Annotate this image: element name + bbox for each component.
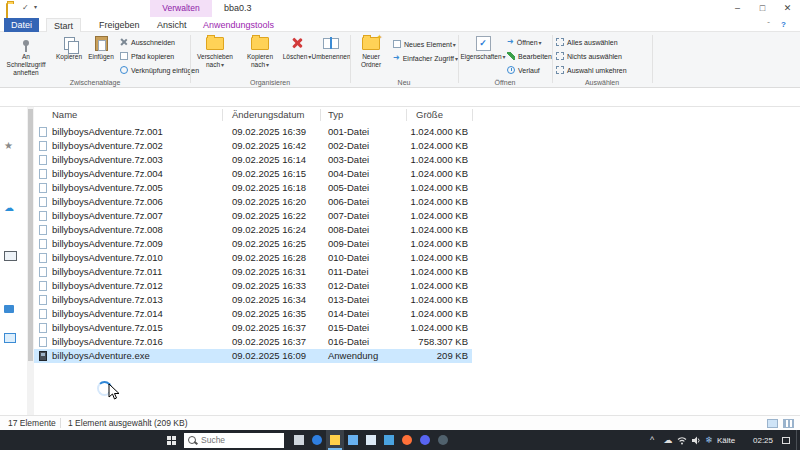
file-name: billyboysAdventure.7z.008 [52, 223, 228, 237]
navpane-scrollbar[interactable] [27, 107, 34, 415]
table-row[interactable]: billyboysAdventure.7z.006 09.02.2025 16:… [34, 195, 800, 209]
column-header-type[interactable]: Typ [328, 109, 343, 120]
taskbar-app-photos[interactable] [380, 430, 398, 450]
close-button[interactable]: ✕ [775, 0, 800, 17]
clock[interactable]: 02:25 [748, 430, 778, 450]
maximize-button[interactable]: □ [750, 0, 775, 17]
table-row[interactable]: billyboysAdventure.7z.012 09.02.2025 16:… [34, 279, 800, 293]
taskbar-app-mail[interactable] [362, 430, 380, 450]
column-header-name[interactable]: Name [52, 109, 77, 120]
copy-path-button[interactable]: Pfad kopieren [120, 50, 174, 62]
table-row[interactable]: billyboysAdventure.7z.013 09.02.2025 16:… [34, 293, 800, 307]
copy-button[interactable]: Kopieren [54, 34, 84, 78]
delete-button[interactable]: Löschen▾ [283, 34, 311, 78]
table-row[interactable]: billyboysAdventure.7z.003 09.02.2025 16:… [34, 153, 800, 167]
tab-start[interactable]: Start [46, 18, 81, 33]
table-row[interactable]: billyboysAdventure.7z.014 09.02.2025 16:… [34, 307, 800, 321]
table-row[interactable]: billyboysAdventure.7z.004 09.02.2025 16:… [34, 167, 800, 181]
taskbar-app-discord[interactable] [416, 430, 434, 450]
open-icon: ➜ [507, 38, 514, 46]
file-date: 09.02.2025 16:39 [232, 125, 324, 139]
column-header-size[interactable]: Größe [416, 109, 443, 120]
file-date: 09.02.2025 16:34 [232, 293, 324, 307]
details-view-button[interactable] [767, 419, 778, 428]
mouse-cursor [108, 383, 120, 401]
properties-button[interactable]: ✓ Eigenschaften▾ [461, 34, 505, 78]
start-button[interactable] [160, 430, 182, 450]
column-divider[interactable] [472, 109, 473, 121]
new-folder-button[interactable]: ✦ Neuer Ordner [353, 34, 389, 78]
taskbar-app-firefox[interactable] [398, 430, 416, 450]
tab-view[interactable]: Ansicht [150, 18, 194, 32]
taskbar-app-store[interactable] [344, 430, 362, 450]
paste-button[interactable]: Einfügen [86, 34, 116, 78]
tray-network-icon[interactable] [676, 430, 688, 450]
file-name: billyboysAdventure.7z.016 [52, 335, 228, 349]
tray-onedrive-icon[interactable]: ☁ [662, 430, 674, 450]
scrollbar-thumb[interactable] [28, 109, 33, 361]
select-all-button[interactable]: Alles auswählen [556, 36, 618, 48]
file-icon [39, 295, 47, 305]
open-button[interactable]: ➜ Öffnen ▾ [507, 36, 542, 48]
table-row[interactable]: billyboysAdventure.7z.010 09.02.2025 16:… [34, 251, 800, 265]
table-row[interactable]: billyboysAdventure.7z.011 09.02.2025 16:… [34, 265, 800, 279]
action-center-icon[interactable] [780, 430, 792, 450]
edit-button[interactable]: Bearbeiten [507, 50, 552, 62]
tray-chevron-up-icon[interactable]: ^ [646, 430, 658, 450]
thumbnail-view-button[interactable] [783, 419, 794, 428]
item-count: 17 Elemente [8, 418, 56, 428]
minimize-button[interactable]: – [725, 0, 750, 17]
tab-file[interactable]: Datei [4, 18, 39, 32]
cut-button[interactable]: Ausschneiden [120, 36, 175, 48]
taskbar-app-edge[interactable] [308, 430, 326, 450]
new-item-button[interactable]: Neues Element ▾ [393, 38, 456, 50]
table-row[interactable]: billyboysAdventure.7z.015 09.02.2025 16:… [34, 321, 800, 335]
collapse-ribbon-icon[interactable]: ˆ [767, 20, 770, 29]
taskbar-app-file-explorer[interactable] [326, 430, 344, 450]
group-divider [652, 35, 653, 83]
column-header-date[interactable]: Änderungsdatum [232, 109, 304, 120]
tab-app-tools[interactable]: Anwendungstools [196, 18, 281, 32]
paste-shortcut-button[interactable]: Verknüpfung einfügen [120, 64, 199, 76]
rename-icon [323, 38, 339, 49]
table-row[interactable]: billyboysAdventure.7z.016 09.02.2025 16:… [34, 335, 800, 349]
dropdown-arrow-icon: ▾ [266, 62, 269, 68]
this-pc-icon[interactable] [4, 251, 17, 261]
qat-properties-icon[interactable]: ✓ [22, 3, 29, 12]
weather-icon[interactable]: ❄ [704, 430, 714, 450]
taskbar-search-input[interactable] [199, 434, 273, 446]
pin-to-quick-access-button[interactable]: An Schnellzugriff anheften [2, 34, 50, 78]
taskbar-app-steam[interactable] [434, 430, 452, 450]
tab-share[interactable]: Freigeben [92, 18, 147, 32]
select-none-button[interactable]: Nichts auswählen [556, 50, 622, 62]
rename-button[interactable]: Umbenennen [313, 34, 349, 78]
onedrive-cloud-icon[interactable]: ☁ [4, 203, 16, 213]
help-icon[interactable]: ? [781, 20, 786, 29]
group-divider [458, 35, 459, 83]
move-to-button[interactable]: Verschieben nach▾ [193, 34, 237, 78]
table-row[interactable]: billyboysAdventure.7z.001 09.02.2025 16:… [34, 125, 800, 139]
show-desktop-button[interactable] [796, 430, 800, 450]
copy-to-button[interactable]: Kopieren nach▾ [239, 34, 281, 78]
table-row[interactable]: billyboysAdventure.7z.002 09.02.2025 16:… [34, 139, 800, 153]
table-row[interactable]: billyboysAdventure.7z.008 09.02.2025 16:… [34, 223, 800, 237]
easy-access-button[interactable]: ➜ Einfacher Zugriff ▾ [393, 52, 458, 64]
table-row[interactable]: billyboysAdventure.7z.007 09.02.2025 16:… [34, 209, 800, 223]
column-divider[interactable] [406, 109, 407, 121]
column-divider[interactable] [222, 109, 223, 121]
taskbar-search[interactable] [184, 433, 284, 448]
history-button[interactable]: Verlauf [507, 64, 540, 76]
weather-label[interactable]: Kälte [714, 430, 738, 450]
column-divider[interactable] [320, 109, 321, 121]
invert-selection-button[interactable]: Auswahl umkehren [556, 64, 627, 76]
taskbar-app-task-view[interactable] [290, 430, 308, 450]
drive-icon[interactable] [4, 305, 14, 313]
tray-volume-icon[interactable] [690, 430, 702, 450]
table-row[interactable]: billyboysAdventure.exe 09.02.2025 16:09 … [34, 349, 800, 363]
network-icon[interactable] [4, 333, 16, 343]
table-row[interactable]: billyboysAdventure.7z.009 09.02.2025 16:… [34, 237, 800, 251]
table-row[interactable]: billyboysAdventure.7z.005 09.02.2025 16:… [34, 181, 800, 195]
qat-customize-icon[interactable]: ▾ [34, 3, 37, 10]
file-icon [39, 127, 47, 137]
quick-access-star-icon[interactable]: ★ [4, 141, 16, 151]
